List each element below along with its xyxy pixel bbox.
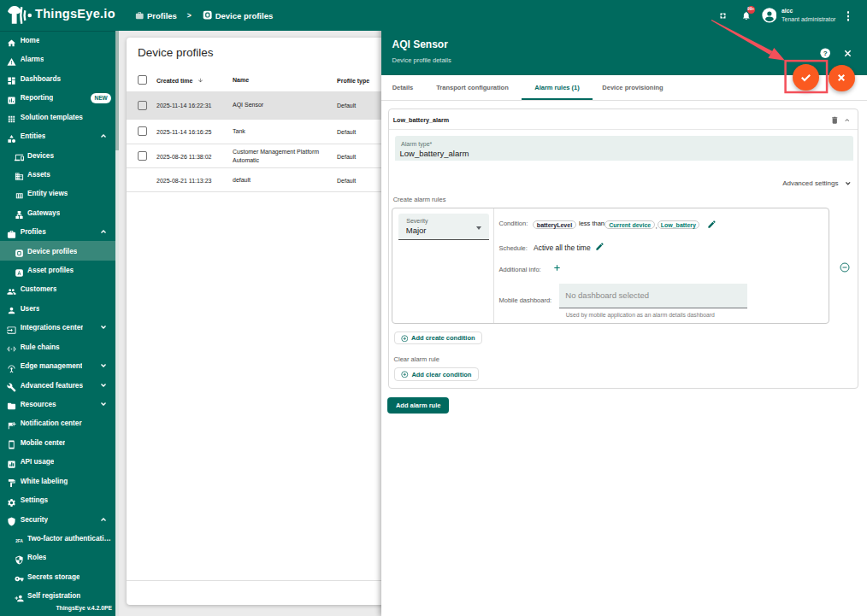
svg-text:?: ? bbox=[823, 50, 828, 57]
svg-text:2FA: 2FA bbox=[15, 539, 23, 543]
